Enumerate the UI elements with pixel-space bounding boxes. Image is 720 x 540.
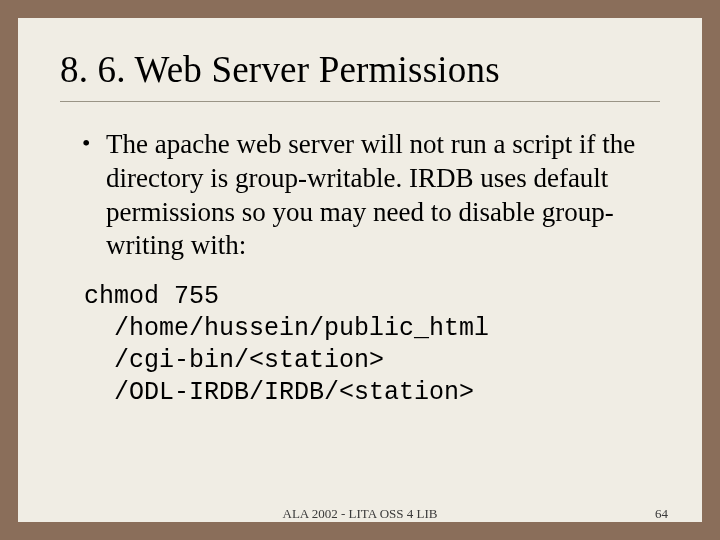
bullet-list: The apache web server will not run a scr… — [60, 128, 660, 263]
slide-title: 8. 6. Web Server Permissions — [60, 48, 660, 91]
footer-center: ALA 2002 - LITA OSS 4 LIB — [283, 506, 438, 522]
title-rule — [60, 101, 660, 102]
bullet-text: The apache web server will not run a scr… — [106, 129, 635, 260]
bullet-item: The apache web server will not run a scr… — [82, 128, 660, 263]
footer-page-number: 64 — [655, 506, 668, 522]
code-block: chmod 755 /home/hussein/public_html /cgi… — [60, 281, 660, 409]
slide: 8. 6. Web Server Permissions The apache … — [18, 18, 702, 522]
